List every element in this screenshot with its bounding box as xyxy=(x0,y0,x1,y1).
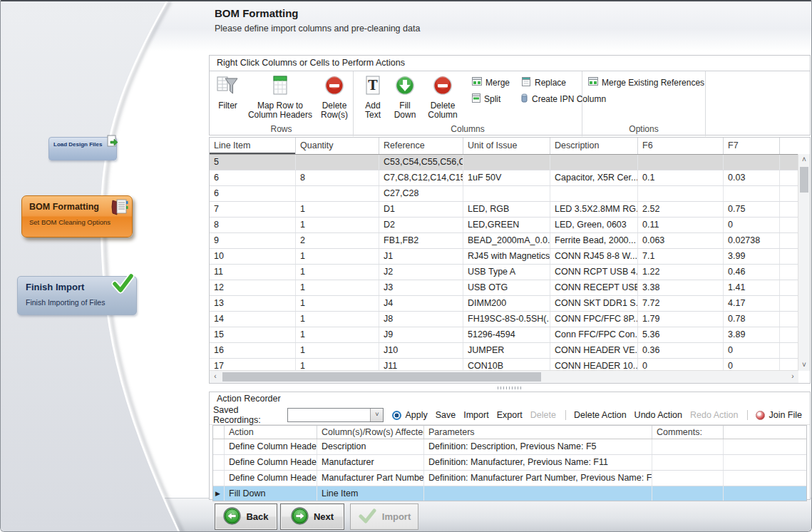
grid-cell[interactable]: 8 xyxy=(296,170,379,185)
grid-cell[interactable]: Ferrite Bead, 2000... xyxy=(550,233,638,248)
action-cell[interactable] xyxy=(213,455,225,470)
grid-cell[interactable]: 6 xyxy=(210,186,296,201)
grid-horizontal-scrollbar[interactable]: ‹ › xyxy=(210,370,798,383)
grid-cell[interactable]: LED, Green, 0603 xyxy=(550,218,638,232)
scroll-down-icon[interactable]: ˅ xyxy=(798,359,810,371)
action-cell[interactable]: Manufacturer Part Number xyxy=(317,471,424,486)
table-row[interactable]: 131J4DIMM200CONN SKT DDR1 S...7.724.17 xyxy=(210,296,810,312)
table-row[interactable]: 121J3USB OTGCONN RECEPT USB...3.381.41 xyxy=(210,280,810,296)
grid-cell[interactable]: 6 xyxy=(210,170,296,185)
grid-cell[interactable]: 1uF 50V xyxy=(463,170,550,185)
horizontal-scroll-thumb[interactable] xyxy=(222,372,541,382)
grid-cell[interactable] xyxy=(724,155,780,170)
action-cell[interactable] xyxy=(652,439,724,454)
grid-column-header[interactable]: Quantity xyxy=(296,138,379,154)
grid-cell[interactable]: J4 xyxy=(379,296,463,311)
table-row[interactable]: 101J1RJ45 with MagneticsCONN RJ45 8-8 W.… xyxy=(210,249,810,265)
table-row[interactable]: 151J951296-4594Conn FFC/FPC Con...5.363.… xyxy=(210,327,810,343)
wizard-step-finish-import[interactable]: Finish Import Finish Importing of Files xyxy=(17,276,137,315)
grid-cell[interactable]: USB OTG xyxy=(463,280,550,295)
grid-cell[interactable]: LED, RGB xyxy=(463,202,550,217)
import-button[interactable]: Import xyxy=(463,410,488,420)
next-button[interactable]: Next xyxy=(280,503,344,530)
grid-cell[interactable]: FH19SC-8S-0.5SH(... xyxy=(463,312,550,327)
grid-cell[interactable]: 7.72 xyxy=(638,296,724,311)
grid-cell[interactable]: Capacitor, X5R Cer... xyxy=(550,170,638,185)
grid-cell[interactable]: 9 xyxy=(210,233,296,248)
grid-cell[interactable]: 3.99 xyxy=(724,249,780,264)
action-column-header[interactable] xyxy=(213,426,225,439)
grid-cell[interactable]: Conn FFC/FPC Con... xyxy=(550,327,638,342)
action-cell[interactable] xyxy=(652,455,724,470)
save-button[interactable]: Save xyxy=(436,410,456,420)
grid-cell[interactable]: CONN RCPT USB 4... xyxy=(550,265,638,280)
grid-cell[interactable]: CONN RECEPT USB... xyxy=(550,280,638,295)
grid-cell[interactable]: 0.1 xyxy=(638,170,724,185)
grid-cell[interactable]: C7,C8,C12,C14,C15,... xyxy=(379,170,463,185)
grid-cell[interactable]: 0.11 xyxy=(638,218,724,232)
grid-cell[interactable]: 15 xyxy=(210,327,296,342)
action-cell[interactable] xyxy=(213,471,225,486)
join-file-button[interactable]: Join File xyxy=(756,410,802,420)
table-row[interactable]: 81D2LED,GREENLED, Green, 06030.110 xyxy=(210,218,810,233)
back-button[interactable]: Back xyxy=(215,503,277,530)
scroll-left-icon[interactable]: ‹ xyxy=(210,371,221,382)
import-button[interactable]: Import xyxy=(350,503,418,530)
grid-cell[interactable]: J1 xyxy=(379,249,463,264)
grid-cell[interactable]: 1.41 xyxy=(724,280,780,295)
grid-column-header[interactable]: Reference xyxy=(379,138,463,154)
grid-cell[interactable]: USB Type A xyxy=(463,265,550,280)
grid-cell[interactable]: 0.75 xyxy=(724,202,780,217)
vertical-scroll-thumb[interactable] xyxy=(800,167,808,193)
grid-cell[interactable]: 10 xyxy=(210,249,296,264)
grid-cell[interactable]: J10 xyxy=(379,343,463,358)
grid-column-header[interactable] xyxy=(780,138,810,154)
table-row[interactable]: 92FB1,FB2BEAD_2000mA_0.0...Ferrite Bead,… xyxy=(210,233,810,249)
action-cell[interactable] xyxy=(652,471,724,486)
delete-rows-button[interactable]: Delete Row(s) xyxy=(319,75,350,120)
action-cell[interactable]: Fill Down xyxy=(225,486,317,501)
grid-cell[interactable]: 3.89 xyxy=(724,327,780,342)
grid-cell[interactable]: 0.063 xyxy=(638,233,724,248)
grid-cell[interactable]: 1.22 xyxy=(638,265,724,280)
table-row[interactable]: Define Column HeaderManufacturerDefiniti… xyxy=(213,455,806,471)
action-cell[interactable]: Description xyxy=(317,439,424,454)
grid-cell[interactable]: DIMM200 xyxy=(463,296,550,311)
grid-cell[interactable]: 12 xyxy=(210,280,296,295)
grid-cell[interactable]: CONN HEADER VE... xyxy=(550,343,638,358)
grid-column-header[interactable]: Description xyxy=(550,138,638,154)
grid-cell[interactable] xyxy=(463,186,550,201)
action-cell[interactable]: Define Column Header xyxy=(225,471,317,486)
grid-cell[interactable]: J2 xyxy=(379,265,463,280)
action-cell[interactable]: Manufacturer xyxy=(317,455,424,470)
grid-cell[interactable]: CONN SKT DDR1 S... xyxy=(550,296,638,311)
apply-button[interactable]: Apply xyxy=(392,410,427,420)
grid-cell[interactable]: 0 xyxy=(724,343,780,358)
grid-cell[interactable]: CONN FPC/FFC 8P... xyxy=(550,312,638,327)
saved-recordings-combobox[interactable]: ˅ xyxy=(287,408,384,422)
grid-column-header[interactable]: F6 xyxy=(638,138,724,154)
grid-cell[interactable]: FB1,FB2 xyxy=(379,233,463,248)
action-column-header[interactable]: Action xyxy=(225,426,317,439)
grid-cell[interactable]: 3.38 xyxy=(638,280,724,295)
action-cell[interactable] xyxy=(724,455,806,470)
map-row-to-column-headers-button[interactable]: Map Row to Column Headers xyxy=(245,75,316,120)
grid-cell[interactable]: 11 xyxy=(210,265,296,280)
grid-recorder-splitter[interactable] xyxy=(209,384,811,392)
grid-cell[interactable]: 4.17 xyxy=(724,296,780,311)
grid-cell[interactable] xyxy=(296,186,379,201)
grid-cell[interactable]: 2.52 xyxy=(638,202,724,217)
grid-cell[interactable]: 1 xyxy=(296,249,379,264)
grid-column-header[interactable]: F7 xyxy=(724,138,780,154)
grid-cell[interactable]: 7 xyxy=(210,202,296,217)
table-row[interactable]: 68C7,C8,C12,C14,C15,...1uF 50VCapacitor,… xyxy=(210,170,810,186)
grid-cell[interactable]: 51296-4594 xyxy=(463,327,550,342)
action-cell[interactable]: ▶ xyxy=(213,486,225,501)
grid-cell[interactable]: 0.78 xyxy=(724,312,780,327)
grid-cell[interactable]: 2 xyxy=(296,233,379,248)
scroll-right-icon[interactable]: › xyxy=(787,371,798,382)
grid-cell[interactable]: JUMPER xyxy=(463,343,550,358)
chevron-down-icon[interactable]: ˅ xyxy=(370,409,383,421)
grid-cell[interactable] xyxy=(638,186,724,201)
filter-button[interactable]: Filter xyxy=(214,75,242,111)
